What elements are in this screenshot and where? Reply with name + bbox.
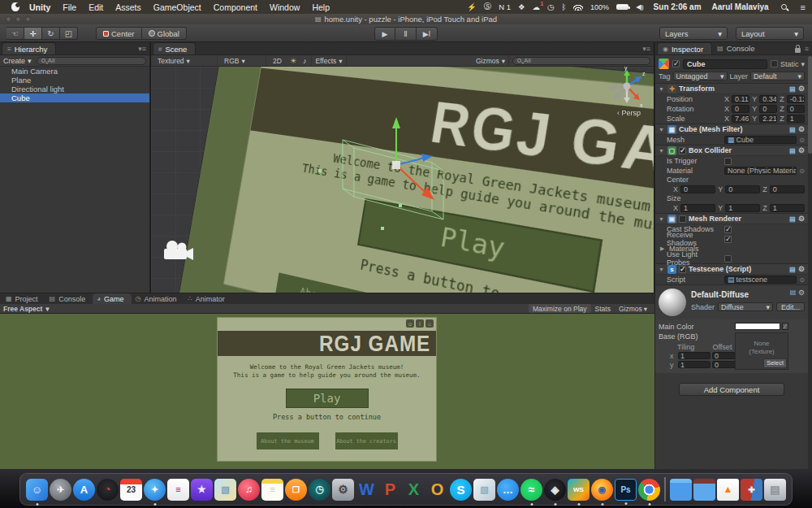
game-gizmos-dropdown[interactable]: Gizmos▾ <box>615 304 651 313</box>
window-titlebar[interactable]: ▤ home.unity - puzzle - iPhone, iPod Tou… <box>0 14 812 24</box>
menu-item[interactable]: Help <box>312 2 330 12</box>
shield-icon[interactable]: Ⓢ <box>484 2 492 12</box>
lock-icon[interactable] <box>795 48 801 53</box>
battery-icon[interactable] <box>616 4 628 10</box>
dock-installer[interactable]: ✚ <box>741 479 762 501</box>
mesh-field[interactable]: ▦Cube <box>724 136 797 144</box>
dock-powerpoint[interactable]: P <box>379 479 401 501</box>
maximize-on-play-toggle[interactable]: Maximize on Play <box>529 304 591 313</box>
tab-scene[interactable]: #Scene <box>153 42 196 54</box>
center-x-field[interactable]: 0 <box>680 185 715 193</box>
spotlight-search-icon[interactable] <box>781 4 787 10</box>
dock-notes[interactable]: ≡ <box>261 479 283 501</box>
about-creators-button[interactable]: About the creators <box>335 432 398 449</box>
notification-count[interactable]: N 1 <box>499 2 511 11</box>
menu-user[interactable]: Aarul Malaviya <box>712 2 769 11</box>
menu-item[interactable]: Edit <box>89 2 103 12</box>
hierarchy-item[interactable]: Directional light <box>0 85 149 93</box>
dock-trash[interactable]: ▤ <box>764 479 786 501</box>
size-x-field[interactable]: 1 <box>680 204 715 212</box>
box-collider-component-header[interactable]: ▼ ▢ Box Collider ▤ ⚙ <box>655 145 808 156</box>
dock-calendar[interactable]: 23 <box>120 479 142 501</box>
rotate-tool[interactable]: ↻ <box>42 27 60 40</box>
chevron-down-icon[interactable]: ▾ <box>801 60 805 68</box>
panel-menu-icon[interactable]: ▾≡ <box>642 45 650 53</box>
info-icon[interactable]: i <box>416 319 424 328</box>
cloud-sync-icon[interactable]: ☁1 <box>533 2 541 11</box>
foldout-icon[interactable]: ▼ <box>659 86 665 92</box>
gameobject-name-field[interactable]: Cube <box>683 59 767 69</box>
effects-dropdown[interactable]: Effects▾ <box>311 55 346 66</box>
dock-webstorm[interactable]: WS <box>568 479 590 501</box>
dock-dashboard[interactable]: ◔ <box>97 479 119 501</box>
Project[interactable]: ▦Project <box>2 293 45 304</box>
mesh-renderer-component-header[interactable]: ▼ ▣ Mesh Renderer ▤ ⚙ <box>655 213 808 224</box>
select-texture-button[interactable]: Select <box>763 358 787 368</box>
dock-safari[interactable]: ✦ <box>144 479 166 501</box>
dock-photoshop[interactable]: Ps <box>615 479 637 501</box>
static-checkbox[interactable] <box>771 60 778 67</box>
edit-shader-button[interactable]: Edit... <box>776 302 805 311</box>
move-tool[interactable]: ✛ <box>24 27 42 40</box>
script-field[interactable]: ▤testscene <box>724 276 797 284</box>
shading-mode-dropdown[interactable]: Textured▾ <box>154 55 218 66</box>
bluetooth-icon[interactable]: ᛒ <box>561 2 566 11</box>
toggle-2d-button[interactable]: 2D <box>270 57 285 65</box>
menu-item[interactable]: GameObject <box>153 2 201 12</box>
dock-itunes[interactable]: ♫ <box>238 479 260 501</box>
layout-dropdown[interactable]: Layout▾ <box>736 27 804 40</box>
scene-search-input[interactable]: All <box>512 57 650 65</box>
dock-folder-downloads[interactable] <box>693 479 715 501</box>
panel-menu-icon[interactable]: ▾≡ <box>138 45 146 53</box>
wifi-icon[interactable] <box>573 4 583 11</box>
dock-finder[interactable]: ☺ <box>26 479 48 501</box>
cast-shadows-checkbox[interactable] <box>724 226 732 233</box>
y-value-field[interactable]: 0.34641 <box>759 95 777 103</box>
dock-unity[interactable]: ◈ <box>544 479 566 501</box>
close-window-button[interactable] <box>6 16 11 22</box>
dock-outlook[interactable]: O <box>426 479 448 501</box>
menu-item[interactable]: File <box>63 2 76 12</box>
shader-dropdown[interactable]: Diffuse▾ <box>718 302 773 311</box>
dock-messages[interactable]: … <box>497 479 519 501</box>
x-value-field[interactable]: 0 <box>732 105 749 113</box>
Console[interactable]: ▤Console <box>45 293 93 304</box>
Game[interactable]: ◕Game <box>93 293 131 304</box>
dock-ibooks[interactable]: ❐ <box>285 479 307 501</box>
x-value-field[interactable]: 7.46539 <box>732 115 749 123</box>
scene-gui-plane[interactable]: ☺i⌂ RGJ GAME Welcome to the Royal Green … <box>179 67 654 293</box>
component-enabled-checkbox[interactable] <box>679 215 686 223</box>
menu-item[interactable]: Assets <box>115 2 141 12</box>
y-value-field[interactable]: 0 <box>759 105 777 113</box>
panel-menu-icon[interactable]: ≡ <box>805 45 809 53</box>
object-picker-icon[interactable]: ⊙ <box>799 167 805 175</box>
tag-dropdown[interactable]: Untagged▾ <box>673 72 728 80</box>
size-z-field[interactable]: 1 <box>770 204 805 212</box>
home-icon[interactable]: ⌂ <box>425 319 434 328</box>
dock-system-preferences[interactable]: ⚙ <box>332 479 354 501</box>
play-game-button[interactable]: Play <box>286 389 369 408</box>
center-y-field[interactable]: 0 <box>725 185 760 193</box>
dock-preview[interactable]: ▧ <box>473 479 495 501</box>
y-value-field[interactable]: 2.21736 <box>759 115 777 123</box>
dropbox-icon[interactable]: ❖ <box>518 2 525 11</box>
menu-item[interactable]: Window <box>270 2 300 12</box>
time-machine-icon[interactable]: ◷ <box>547 2 554 11</box>
dock-launchpad[interactable]: ✈ <box>50 479 71 501</box>
scene-viewport[interactable]: ☺i⌂ RGJ GAME Welcome to the Royal Green … <box>151 67 654 293</box>
hierarchy-item[interactable]: Cube <box>0 93 149 102</box>
tab-console[interactable]: ▤Console <box>712 42 762 54</box>
stats-toggle[interactable]: Stats <box>591 304 615 313</box>
dock-word[interactable]: W <box>356 479 378 501</box>
dock-folder-documents[interactable] <box>670 479 692 501</box>
base-texture-slot[interactable]: None (Texture) Select <box>735 332 788 370</box>
dock-reminders[interactable]: ≡ <box>167 479 189 501</box>
dock-divider[interactable] <box>664 477 666 501</box>
dock-time-machine[interactable]: ◷ <box>309 479 330 501</box>
hierarchy-search-input[interactable]: All <box>37 57 146 65</box>
notification-center-icon[interactable]: ≡ <box>801 2 806 12</box>
hierarchy-item[interactable]: Main Camera <box>0 67 149 76</box>
receive-shadows-checkbox[interactable] <box>724 236 732 243</box>
about-museum-button[interactable]: About the museum <box>257 432 319 449</box>
dock-photos[interactable]: ▧ <box>214 479 236 501</box>
